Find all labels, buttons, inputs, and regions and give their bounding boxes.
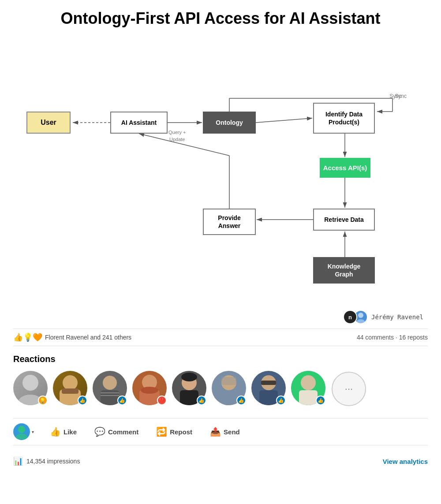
svg-point-17 [22, 375, 38, 391]
svg-rect-33 [220, 390, 238, 405]
bar-chart-icon: 📊 [13, 456, 23, 466]
chevron-down-icon[interactable]: ▾ [32, 429, 34, 434]
reaction-like-icon: 👍 [13, 332, 23, 342]
separator: · [396, 334, 399, 341]
reaction-badge: 👍 [236, 396, 246, 405]
list-item[interactable]: 👍 [172, 371, 208, 407]
list-item[interactable]: 👍 [212, 371, 248, 407]
svg-point-42 [16, 433, 27, 439]
author-row: n Jérémy Ravenel [13, 310, 428, 324]
svg-point-39 [301, 375, 316, 390]
like-label: Like [64, 428, 77, 436]
reaction-badge: 👍 [197, 396, 206, 405]
page-title: Ontology-First API Access for AI Assista… [13, 9, 428, 28]
svg-point-15 [358, 313, 363, 318]
send-button[interactable]: 📤 Send [201, 423, 249, 441]
flow-box-provide: Provide Answer [203, 209, 256, 235]
reaction-badge: 💡 [38, 396, 48, 405]
reaction-heart-icon: 🧡 [33, 332, 42, 342]
diagram-area: Sync Query +Update Sync User AI Assistan… [13, 41, 428, 297]
reaction-badge: 👍 [276, 396, 286, 405]
flow-box-access-api: Access API(s) [320, 158, 370, 178]
diagram-container: Sync Query +Update Sync User AI Assistan… [13, 41, 428, 297]
more-reactions-button[interactable]: ··· [331, 371, 367, 407]
svg-point-31 [181, 373, 197, 381]
comment-icon: 💬 [94, 426, 105, 437]
svg-point-41 [18, 426, 25, 433]
list-item[interactable]: ❤️ [132, 371, 168, 407]
list-item[interactable]: 👍 [291, 371, 327, 407]
like-icon: 👍 [50, 426, 61, 437]
repost-icon: 🔁 [156, 426, 167, 437]
like-button[interactable]: 👍 Like [41, 423, 86, 441]
svg-rect-34 [221, 377, 236, 385]
reaction-bulb-icon: 💡 [23, 332, 33, 342]
author-avatar-1: n [343, 310, 357, 324]
sync-text-label: Sync [395, 93, 407, 99]
svg-rect-40 [299, 390, 318, 405]
stats-row: 👍 💡 🧡 Florent Ravenel and 241 others 44 … [13, 329, 428, 346]
svg-line-4 [256, 118, 312, 123]
repost-label: Repost [170, 428, 192, 436]
flow-box-retrieve: Retrieve Data [313, 209, 375, 231]
list-item[interactable]: 👍 [251, 371, 288, 407]
impressions-left: 📊 14,354 impressions [13, 456, 80, 466]
flow-box-knowledge: Knowledge Graph [313, 257, 375, 284]
svg-point-16 [356, 319, 365, 323]
reposts-count: 16 reposts [399, 334, 428, 341]
repost-button[interactable]: 🔁 Repost [147, 423, 201, 441]
flow-box-ontology: Ontology [203, 112, 256, 134]
reactions-summary[interactable]: 👍 💡 🧡 Florent Ravenel and 241 others [13, 332, 131, 342]
list-item[interactable]: 👍 [53, 371, 89, 407]
flow-box-ai-assistant: AI Assistant [110, 112, 168, 134]
svg-rect-21 [62, 388, 78, 394]
reaction-badge: 👍 [316, 396, 325, 405]
reaction-badge: ❤️ [157, 396, 167, 405]
comments-count: 44 comments [357, 334, 394, 341]
send-label: Send [224, 428, 240, 436]
flow-box-identify: Identify Data Product(s) [313, 103, 375, 134]
svg-point-28 [141, 387, 158, 394]
svg-point-22 [103, 376, 117, 390]
reactors-row: 💡 👍 👍 ❤️ 👍 👍 [13, 371, 428, 407]
svg-rect-30 [180, 390, 198, 405]
svg-rect-36 [259, 390, 278, 405]
comments-reposts[interactable]: 44 comments · 16 reposts [357, 334, 428, 341]
svg-point-19 [63, 375, 78, 390]
more-icon[interactable]: ··· [332, 372, 366, 406]
user-avatar [13, 423, 30, 440]
reactions-section-title: Reactions [13, 354, 428, 364]
flow-box-user: User [26, 112, 71, 134]
comment-label: Comment [108, 428, 138, 436]
reaction-badge: 👍 [117, 396, 127, 405]
comment-button[interactable]: 💬 Comment [86, 423, 147, 441]
svg-rect-37 [261, 381, 276, 385]
list-item[interactable]: 💡 [13, 371, 49, 407]
author-name: Jérémy Ravenel [371, 314, 423, 321]
reaction-icons: 👍 💡 🧡 [13, 332, 42, 342]
send-icon: 📤 [210, 426, 221, 437]
view-analytics-button[interactable]: View analytics [383, 458, 428, 465]
impressions-count: 14,354 impressions [26, 458, 80, 465]
current-user-avatar[interactable]: ▾ [13, 423, 34, 440]
list-item[interactable]: 👍 [93, 371, 129, 407]
query-label: Query +Update [168, 129, 186, 143]
reactions-text: Florent Ravenel and 241 others [45, 334, 131, 341]
reaction-badge: 👍 [78, 396, 87, 405]
author-avatars: n [343, 310, 368, 324]
action-bar: ▾ 👍 Like 💬 Comment 🔁 Repost 📤 Send [13, 418, 428, 445]
impressions-bar: 📊 14,354 impressions View analytics [13, 454, 428, 468]
